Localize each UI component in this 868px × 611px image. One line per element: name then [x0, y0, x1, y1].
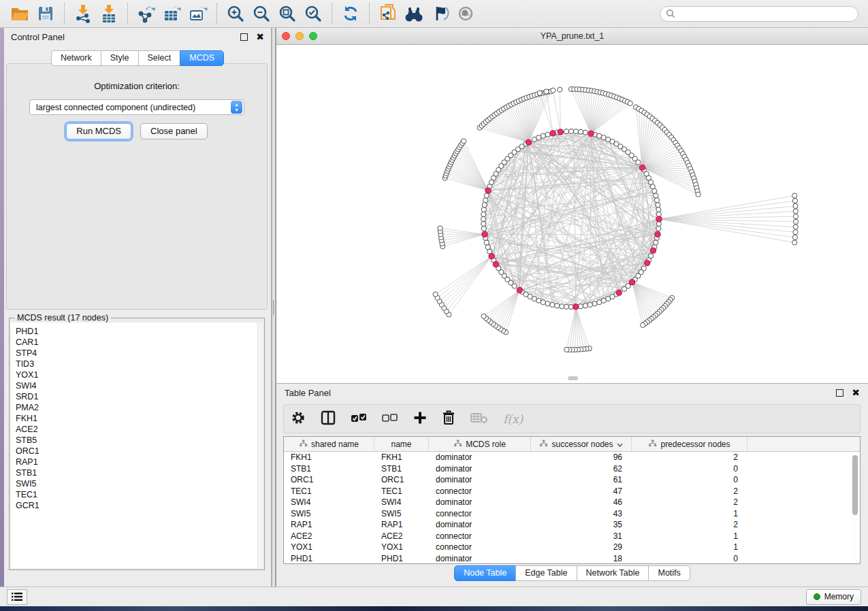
mcds-hub-node[interactable]	[485, 188, 491, 193]
mcds-result-item[interactable]: YOX1	[16, 369, 257, 380]
mcds-hub-node[interactable]	[656, 216, 662, 222]
table-cell[interactable]: dominator	[429, 520, 531, 529]
table-cell[interactable]: 1	[632, 531, 748, 541]
table-cell[interactable]: 35	[531, 520, 632, 529]
search-input[interactable]	[675, 9, 852, 18]
mcds-hub-node[interactable]	[558, 129, 563, 135]
table-row[interactable]: PHD1PHD1dominator180	[284, 553, 860, 565]
table-row[interactable]: TEC1TEC1connector472	[284, 486, 860, 497]
table-cell[interactable]: 2	[632, 452, 748, 462]
table-cell[interactable]: connector	[429, 509, 531, 518]
mcds-hub-node[interactable]	[588, 131, 594, 136]
column-header-successor-nodes[interactable]: successor nodes	[531, 437, 632, 451]
table-cell[interactable]: dominator	[429, 554, 531, 563]
table-cell[interactable]: 47	[531, 486, 632, 496]
table-cell[interactable]: 1	[632, 509, 748, 518]
mcds-result-item[interactable]: TID3	[16, 359, 257, 369]
table-cell[interactable]: ORC1	[374, 475, 429, 484]
mcds-result-item[interactable]: ACE2	[16, 424, 257, 435]
mcds-result-item[interactable]: SWI5	[16, 478, 257, 489]
mcds-hub-node[interactable]	[489, 253, 494, 259]
mcds-hub-node[interactable]	[645, 260, 650, 265]
table-cell[interactable]: PHD1	[284, 554, 374, 563]
open-folder-icon[interactable]	[7, 2, 33, 25]
table-cell[interactable]: ACE2	[374, 531, 429, 541]
table-row[interactable]: ORC1ORC1dominator610	[284, 474, 860, 486]
column-header-shared-name[interactable]: shared name	[284, 437, 374, 451]
table-cell[interactable]: TEC1	[284, 486, 374, 496]
table-cell[interactable]: RAP1	[284, 520, 374, 529]
export-network-icon[interactable]	[133, 2, 159, 25]
delete-icon[interactable]	[442, 410, 455, 428]
table-row[interactable]: SWI5SWI5connector431	[284, 508, 860, 520]
eye-icon[interactable]	[453, 2, 479, 25]
export-table-icon[interactable]	[159, 2, 185, 25]
tab-network-table[interactable]: Network Table	[577, 565, 649, 581]
import-table-icon[interactable]	[96, 2, 122, 25]
save-icon[interactable]	[33, 2, 59, 25]
table-cell[interactable]: dominator	[429, 475, 531, 484]
table-row[interactable]: FKH1FKH1dominator962	[284, 452, 860, 463]
table-cell[interactable]: 0	[632, 554, 748, 563]
network-hscroll-thumb[interactable]	[568, 376, 578, 380]
column-header-MCDS-role[interactable]: MCDS role	[429, 437, 531, 451]
table-cell[interactable]: SWI4	[284, 497, 374, 507]
table-cell[interactable]: connector	[429, 542, 531, 552]
mcds-result-item[interactable]: RAP1	[16, 457, 257, 467]
zoom-selected-icon[interactable]	[300, 2, 326, 25]
mcds-result-item[interactable]: ORC1	[16, 446, 257, 457]
run-mcds-button[interactable]: Run MCDS	[66, 123, 131, 139]
table-cell[interactable]: YOX1	[284, 542, 374, 552]
table-cell[interactable]: 96	[531, 452, 632, 462]
table-cell[interactable]: RAP1	[374, 520, 429, 529]
mcds-hub-node[interactable]	[550, 131, 556, 136]
table-cell[interactable]: 0	[632, 475, 748, 484]
table-cell[interactable]: SWI5	[374, 509, 429, 518]
clone-network-icon[interactable]	[375, 2, 401, 25]
mcds-result-item[interactable]: PHD1	[16, 326, 257, 337]
table-cell[interactable]: dominator	[429, 452, 531, 462]
table-cell[interactable]: 61	[531, 475, 632, 484]
table-row[interactable]: YOX1YOX1connector291	[284, 542, 860, 553]
binoculars-icon[interactable]	[401, 2, 427, 25]
table-vscroll-thumb[interactable]	[852, 455, 858, 515]
table-cell[interactable]: 1	[632, 542, 748, 552]
table-cell[interactable]: 2	[632, 486, 748, 496]
mcds-hub-node[interactable]	[650, 248, 656, 253]
zoom-fit-icon[interactable]	[274, 2, 300, 25]
float-table-panel-icon[interactable]	[836, 389, 843, 397]
mcds-result-item[interactable]: PMA2	[16, 402, 257, 413]
tab-edge-table[interactable]: Edge Table	[515, 565, 577, 581]
table-cell[interactable]: FKH1	[284, 452, 374, 462]
table-cell[interactable]: 18	[531, 554, 632, 563]
table-cell[interactable]: connector	[429, 486, 531, 496]
table-cell[interactable]: SWI4	[374, 497, 429, 507]
zoom-in-icon[interactable]	[223, 2, 248, 25]
network-window-titlebar[interactable]: YPA_prune.txt_1	[276, 28, 868, 45]
mcds-hub-node[interactable]	[616, 290, 622, 295]
select-all-icon[interactable]	[351, 412, 367, 427]
mcds-result-item[interactable]: SRD1	[16, 391, 257, 402]
search-box[interactable]	[660, 6, 858, 22]
mcds-hub-node[interactable]	[526, 139, 531, 145]
mcds-result-item[interactable]: CAR1	[16, 337, 257, 348]
mcds-hub-node[interactable]	[482, 231, 487, 237]
table-cell[interactable]: STB1	[284, 464, 374, 474]
mcds-hub-node[interactable]	[493, 261, 498, 267]
float-panel-icon[interactable]	[240, 33, 248, 41]
zoom-out-icon[interactable]	[248, 2, 274, 25]
table-row[interactable]: SWI4SWI4dominator462	[284, 497, 860, 508]
table-cell[interactable]: FKH1	[374, 452, 429, 462]
table-cell[interactable]: 2	[632, 497, 748, 507]
panel-menu-button[interactable]	[7, 589, 27, 605]
add-column-icon[interactable]	[413, 411, 427, 427]
mcds-result-item[interactable]: SWI4	[16, 380, 257, 391]
export-image-icon[interactable]	[185, 2, 211, 25]
mcds-hub-node[interactable]	[655, 231, 660, 237]
table-cell[interactable]: 29	[531, 542, 632, 552]
tab-node-table[interactable]: Node Table	[454, 565, 516, 581]
refresh-icon[interactable]	[338, 2, 364, 25]
table-cell[interactable]: STB1	[374, 464, 429, 474]
close-table-panel-icon[interactable]: ✖	[852, 388, 860, 397]
criterion-dropdown[interactable]: largest connected component (undirected)…	[29, 99, 244, 115]
